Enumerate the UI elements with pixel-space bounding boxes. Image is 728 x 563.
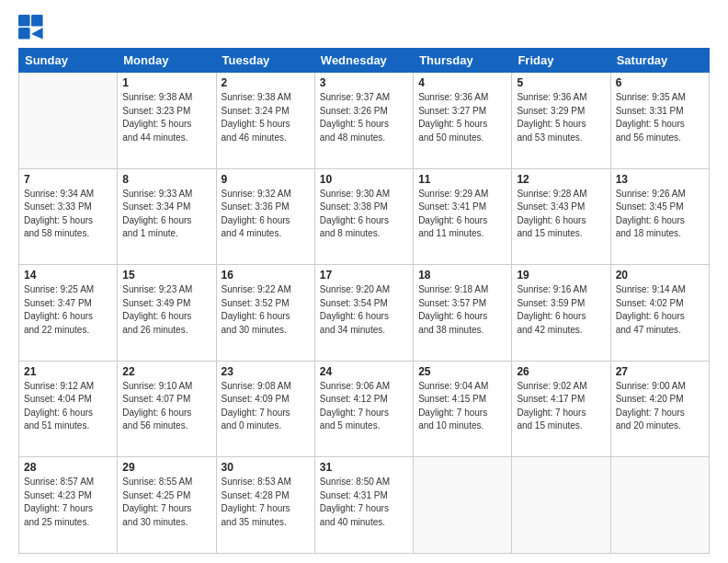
svg-rect-2 [18,28,30,40]
day-number: 7 [24,173,112,186]
svg-rect-1 [31,15,43,27]
day-info: Sunrise: 9:30 AM Sunset: 3:38 PM Dayligh… [320,188,408,241]
calendar-cell [19,73,118,169]
calendar-cell: 14Sunrise: 9:25 AM Sunset: 3:47 PM Dayli… [19,265,118,362]
day-number: 20 [616,269,704,282]
calendar-cell [610,457,709,554]
day-info: Sunrise: 9:26 AM Sunset: 3:45 PM Dayligh… [616,188,704,241]
day-number: 29 [122,461,210,474]
day-number: 10 [320,173,408,186]
weekday-header-row: SundayMondayTuesdayWednesdayThursdayFrid… [19,49,710,73]
day-number: 25 [418,365,506,378]
calendar-cell: 16Sunrise: 9:22 AM Sunset: 3:52 PM Dayli… [216,265,314,362]
day-number: 3 [320,76,408,89]
week-row-1: 7Sunrise: 9:34 AM Sunset: 3:33 PM Daylig… [19,168,710,265]
day-number: 13 [616,173,704,186]
calendar-cell: 17Sunrise: 9:20 AM Sunset: 3:54 PM Dayli… [314,265,413,362]
day-info: Sunrise: 9:16 AM Sunset: 3:59 PM Dayligh… [517,283,605,337]
calendar-cell: 24Sunrise: 9:06 AM Sunset: 4:12 PM Dayli… [314,361,413,457]
header [18,15,710,40]
day-number: 15 [122,269,210,282]
day-number: 1 [122,76,210,89]
weekday-header-thursday: Thursday [414,49,512,73]
day-info: Sunrise: 9:33 AM Sunset: 3:34 PM Dayligh… [122,188,210,241]
page: SundayMondayTuesdayWednesdayThursdayFrid… [0,0,728,563]
day-info: Sunrise: 8:50 AM Sunset: 4:31 PM Dayligh… [320,476,408,529]
day-info: Sunrise: 9:22 AM Sunset: 3:52 PM Dayligh… [222,283,310,337]
calendar-cell: 25Sunrise: 9:04 AM Sunset: 4:15 PM Dayli… [414,361,512,457]
week-row-4: 28Sunrise: 8:57 AM Sunset: 4:23 PM Dayli… [19,457,710,554]
day-info: Sunrise: 9:34 AM Sunset: 3:33 PM Dayligh… [24,188,112,241]
weekday-header-friday: Friday [512,49,610,73]
calendar-cell: 30Sunrise: 8:53 AM Sunset: 4:28 PM Dayli… [216,457,314,554]
day-number: 16 [222,269,310,282]
calendar-cell: 18Sunrise: 9:18 AM Sunset: 3:57 PM Dayli… [414,265,512,362]
calendar-cell: 20Sunrise: 9:14 AM Sunset: 4:02 PM Dayli… [610,265,709,362]
svg-marker-3 [31,28,43,40]
day-number: 11 [418,173,506,186]
day-number: 17 [320,269,408,282]
calendar-cell: 1Sunrise: 9:38 AM Sunset: 3:23 PM Daylig… [118,73,216,169]
calendar-cell: 26Sunrise: 9:02 AM Sunset: 4:17 PM Dayli… [512,361,610,457]
day-number: 21 [24,365,112,378]
day-info: Sunrise: 9:38 AM Sunset: 3:24 PM Dayligh… [222,91,310,144]
day-number: 19 [517,269,605,282]
calendar-cell: 2Sunrise: 9:38 AM Sunset: 3:24 PM Daylig… [216,73,314,169]
calendar-cell: 31Sunrise: 8:50 AM Sunset: 4:31 PM Dayli… [314,457,413,554]
day-number: 12 [517,173,605,186]
day-info: Sunrise: 9:14 AM Sunset: 4:02 PM Dayligh… [616,283,704,337]
day-number: 28 [24,461,112,474]
calendar-cell [512,457,610,554]
calendar-cell: 13Sunrise: 9:26 AM Sunset: 3:45 PM Dayli… [610,168,709,265]
day-number: 26 [517,365,605,378]
day-info: Sunrise: 9:29 AM Sunset: 3:41 PM Dayligh… [418,188,506,241]
day-number: 8 [122,173,210,186]
day-info: Sunrise: 9:00 AM Sunset: 4:20 PM Dayligh… [616,380,704,433]
day-info: Sunrise: 9:35 AM Sunset: 3:31 PM Dayligh… [616,91,704,144]
calendar-cell: 4Sunrise: 9:36 AM Sunset: 3:27 PM Daylig… [414,73,512,169]
weekday-header-monday: Monday [118,49,216,73]
day-info: Sunrise: 9:32 AM Sunset: 3:36 PM Dayligh… [222,188,310,241]
day-info: Sunrise: 9:10 AM Sunset: 4:07 PM Dayligh… [122,380,210,433]
calendar-cell: 5Sunrise: 9:36 AM Sunset: 3:29 PM Daylig… [512,73,610,169]
calendar-table: SundayMondayTuesdayWednesdayThursdayFrid… [18,48,710,554]
day-number: 18 [418,269,506,282]
day-number: 31 [320,461,408,474]
day-info: Sunrise: 9:12 AM Sunset: 4:04 PM Dayligh… [24,380,112,433]
svg-rect-0 [18,15,30,27]
day-info: Sunrise: 9:38 AM Sunset: 3:23 PM Dayligh… [122,91,210,144]
weekday-header-tuesday: Tuesday [216,49,314,73]
calendar-cell: 22Sunrise: 9:10 AM Sunset: 4:07 PM Dayli… [118,361,216,457]
day-info: Sunrise: 8:55 AM Sunset: 4:25 PM Dayligh… [122,476,210,529]
calendar-cell: 3Sunrise: 9:37 AM Sunset: 3:26 PM Daylig… [314,73,413,169]
day-info: Sunrise: 9:08 AM Sunset: 4:09 PM Dayligh… [222,380,310,433]
calendar-cell: 9Sunrise: 9:32 AM Sunset: 3:36 PM Daylig… [216,168,314,265]
day-info: Sunrise: 9:37 AM Sunset: 3:26 PM Dayligh… [320,91,408,144]
calendar-cell: 7Sunrise: 9:34 AM Sunset: 3:33 PM Daylig… [19,168,118,265]
calendar-cell: 12Sunrise: 9:28 AM Sunset: 3:43 PM Dayli… [512,168,610,265]
general-blue-icon [18,15,44,40]
day-number: 2 [222,76,310,89]
day-number: 24 [320,365,408,378]
calendar-cell: 6Sunrise: 9:35 AM Sunset: 3:31 PM Daylig… [610,73,709,169]
day-info: Sunrise: 9:36 AM Sunset: 3:27 PM Dayligh… [418,91,506,144]
calendar-cell: 15Sunrise: 9:23 AM Sunset: 3:49 PM Dayli… [118,265,216,362]
week-row-2: 14Sunrise: 9:25 AM Sunset: 3:47 PM Dayli… [19,265,710,362]
day-info: Sunrise: 9:02 AM Sunset: 4:17 PM Dayligh… [517,380,605,433]
day-info: Sunrise: 9:18 AM Sunset: 3:57 PM Dayligh… [418,283,506,337]
day-info: Sunrise: 9:20 AM Sunset: 3:54 PM Dayligh… [320,283,408,337]
day-number: 14 [24,269,112,282]
day-info: Sunrise: 9:28 AM Sunset: 3:43 PM Dayligh… [517,188,605,241]
day-info: Sunrise: 9:23 AM Sunset: 3:49 PM Dayligh… [122,283,210,337]
week-row-0: 1Sunrise: 9:38 AM Sunset: 3:23 PM Daylig… [19,73,710,169]
day-number: 22 [122,365,210,378]
day-number: 9 [222,173,310,186]
day-info: Sunrise: 9:25 AM Sunset: 3:47 PM Dayligh… [24,283,112,337]
day-info: Sunrise: 8:53 AM Sunset: 4:28 PM Dayligh… [222,476,310,529]
day-number: 23 [222,365,310,378]
day-number: 6 [616,76,704,89]
calendar-cell: 21Sunrise: 9:12 AM Sunset: 4:04 PM Dayli… [19,361,118,457]
weekday-header-sunday: Sunday [19,49,118,73]
calendar-cell: 28Sunrise: 8:57 AM Sunset: 4:23 PM Dayli… [19,457,118,554]
day-info: Sunrise: 8:57 AM Sunset: 4:23 PM Dayligh… [24,476,112,529]
